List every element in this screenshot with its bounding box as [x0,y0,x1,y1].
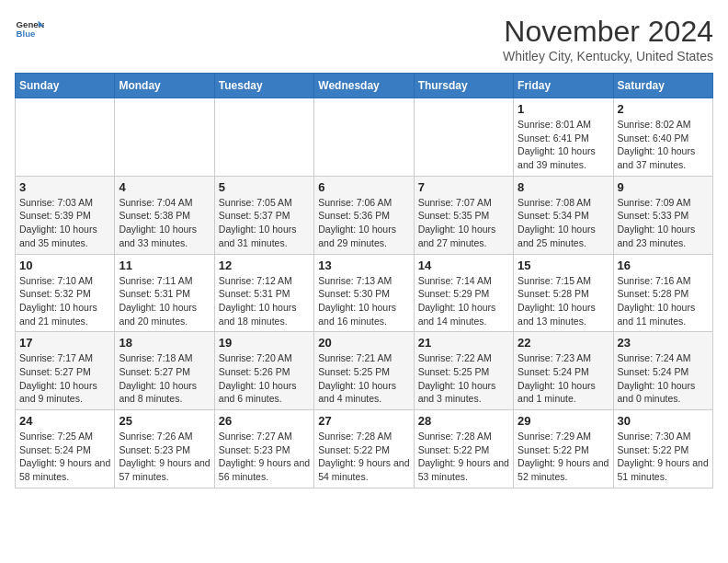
page-header: General Blue November 2024 Whitley City,… [15,15,713,63]
calendar-cell: 11Sunrise: 7:11 AM Sunset: 5:31 PM Dayli… [115,254,214,332]
day-number: 15 [518,259,609,272]
day-number: 11 [119,259,210,272]
calendar-cell: 3Sunrise: 7:03 AM Sunset: 5:39 PM Daylig… [16,176,115,254]
day-number: 17 [19,336,110,350]
day-info: Sunrise: 7:20 AM Sunset: 5:26 PM Dayligh… [219,351,310,406]
calendar-cell: 29Sunrise: 7:29 AM Sunset: 5:22 PM Dayli… [514,410,613,488]
day-info: Sunrise: 7:26 AM Sunset: 5:23 PM Dayligh… [119,430,210,484]
day-number: 13 [318,259,409,272]
calendar-cell: 25Sunrise: 7:26 AM Sunset: 5:23 PM Dayli… [115,410,214,488]
calendar-week-row: 17Sunrise: 7:17 AM Sunset: 5:27 PM Dayli… [16,332,713,410]
calendar-table: SundayMondayTuesdayWednesdayThursdayFrid… [15,73,713,488]
weekday-header: Tuesday [214,74,313,98]
calendar-cell: 21Sunrise: 7:22 AM Sunset: 5:25 PM Dayli… [414,332,513,410]
day-number: 24 [19,414,110,428]
calendar-cell: 12Sunrise: 7:12 AM Sunset: 5:31 PM Dayli… [214,254,313,332]
calendar-cell: 19Sunrise: 7:20 AM Sunset: 5:26 PM Dayli… [214,332,313,410]
calendar-cell: 13Sunrise: 7:13 AM Sunset: 5:30 PM Dayli… [314,254,414,332]
calendar-cell [214,98,313,177]
day-info: Sunrise: 7:27 AM Sunset: 5:23 PM Dayligh… [219,430,310,484]
day-info: Sunrise: 7:10 AM Sunset: 5:32 PM Dayligh… [19,274,110,328]
calendar-cell [16,98,115,177]
day-number: 18 [119,336,210,350]
calendar-cell: 5Sunrise: 7:05 AM Sunset: 5:37 PM Daylig… [214,176,313,254]
calendar-cell: 10Sunrise: 7:10 AM Sunset: 5:32 PM Dayli… [16,254,115,332]
day-info: Sunrise: 7:17 AM Sunset: 5:27 PM Dayligh… [19,351,110,406]
calendar-week-row: 1Sunrise: 8:01 AM Sunset: 6:41 PM Daylig… [16,98,713,177]
day-info: Sunrise: 7:06 AM Sunset: 5:36 PM Dayligh… [318,196,409,250]
day-info: Sunrise: 8:01 AM Sunset: 6:41 PM Dayligh… [518,118,609,172]
calendar-cell: 16Sunrise: 7:16 AM Sunset: 5:28 PM Dayli… [613,254,712,332]
weekday-header: Thursday [414,74,513,98]
day-info: Sunrise: 7:15 AM Sunset: 5:28 PM Dayligh… [518,274,609,328]
day-number: 16 [618,259,709,272]
logo-icon: General Blue [15,15,44,44]
calendar-cell [115,98,214,177]
calendar-week-row: 3Sunrise: 7:03 AM Sunset: 5:39 PM Daylig… [16,176,713,254]
calendar-week-row: 24Sunrise: 7:25 AM Sunset: 5:24 PM Dayli… [16,410,713,488]
day-number: 22 [518,336,609,350]
weekday-header: Saturday [613,74,712,98]
day-number: 9 [618,180,709,194]
calendar-cell: 14Sunrise: 7:14 AM Sunset: 5:29 PM Dayli… [414,254,513,332]
day-number: 21 [418,336,509,350]
day-info: Sunrise: 7:07 AM Sunset: 5:35 PM Dayligh… [418,196,509,250]
calendar-cell: 15Sunrise: 7:15 AM Sunset: 5:28 PM Dayli… [514,254,613,332]
day-number: 1 [518,102,609,116]
day-number: 20 [318,336,409,350]
day-info: Sunrise: 7:16 AM Sunset: 5:28 PM Dayligh… [618,274,709,328]
calendar-week-row: 10Sunrise: 7:10 AM Sunset: 5:32 PM Dayli… [16,254,713,332]
day-info: Sunrise: 7:25 AM Sunset: 5:24 PM Dayligh… [19,430,110,484]
calendar-cell: 8Sunrise: 7:08 AM Sunset: 5:34 PM Daylig… [514,176,613,254]
day-number: 6 [318,180,409,194]
logo: General Blue [15,15,44,44]
day-info: Sunrise: 7:28 AM Sunset: 5:22 PM Dayligh… [418,430,509,484]
day-number: 4 [119,180,210,194]
day-info: Sunrise: 7:05 AM Sunset: 5:37 PM Dayligh… [219,196,310,250]
day-number: 30 [618,414,709,428]
calendar-cell: 4Sunrise: 7:04 AM Sunset: 5:38 PM Daylig… [115,176,214,254]
day-info: Sunrise: 7:28 AM Sunset: 5:22 PM Dayligh… [318,430,409,484]
weekday-header: Friday [514,74,613,98]
calendar-cell: 2Sunrise: 8:02 AM Sunset: 6:40 PM Daylig… [613,98,712,177]
day-number: 12 [219,259,310,272]
day-number: 28 [418,414,509,428]
calendar-header: SundayMondayTuesdayWednesdayThursdayFrid… [16,74,713,98]
calendar-cell: 17Sunrise: 7:17 AM Sunset: 5:27 PM Dayli… [16,332,115,410]
calendar-cell: 20Sunrise: 7:21 AM Sunset: 5:25 PM Dayli… [314,332,414,410]
day-info: Sunrise: 7:08 AM Sunset: 5:34 PM Dayligh… [518,196,609,250]
day-number: 2 [618,102,709,116]
day-number: 25 [119,414,210,428]
day-number: 29 [518,414,609,428]
calendar-cell: 22Sunrise: 7:23 AM Sunset: 5:24 PM Dayli… [514,332,613,410]
calendar-cell: 28Sunrise: 7:28 AM Sunset: 5:22 PM Dayli… [414,410,513,488]
calendar-cell: 6Sunrise: 7:06 AM Sunset: 5:36 PM Daylig… [314,176,414,254]
day-number: 23 [618,336,709,350]
calendar-cell [314,98,414,177]
calendar-cell: 9Sunrise: 7:09 AM Sunset: 5:33 PM Daylig… [613,176,712,254]
day-info: Sunrise: 7:14 AM Sunset: 5:29 PM Dayligh… [418,274,509,328]
weekday-header: Sunday [16,74,115,98]
calendar-cell: 1Sunrise: 8:01 AM Sunset: 6:41 PM Daylig… [514,98,613,177]
day-number: 8 [518,180,609,194]
calendar-cell: 26Sunrise: 7:27 AM Sunset: 5:23 PM Dayli… [214,410,313,488]
day-number: 5 [219,180,310,194]
day-info: Sunrise: 8:02 AM Sunset: 6:40 PM Dayligh… [618,118,709,172]
month-title: November 2024 [503,15,713,49]
day-number: 7 [418,180,509,194]
svg-text:Blue: Blue [17,29,36,39]
day-info: Sunrise: 7:22 AM Sunset: 5:25 PM Dayligh… [418,351,509,406]
weekday-header: Monday [115,74,214,98]
day-info: Sunrise: 7:24 AM Sunset: 5:24 PM Dayligh… [618,351,709,406]
day-number: 14 [418,259,509,272]
day-info: Sunrise: 7:12 AM Sunset: 5:31 PM Dayligh… [219,274,310,328]
day-number: 19 [219,336,310,350]
day-number: 10 [19,259,110,272]
weekday-header: Wednesday [314,74,414,98]
day-number: 26 [219,414,310,428]
calendar-cell: 18Sunrise: 7:18 AM Sunset: 5:27 PM Dayli… [115,332,214,410]
day-info: Sunrise: 7:21 AM Sunset: 5:25 PM Dayligh… [318,351,409,406]
day-info: Sunrise: 7:30 AM Sunset: 5:22 PM Dayligh… [618,430,709,484]
calendar-cell [414,98,513,177]
day-info: Sunrise: 7:23 AM Sunset: 5:24 PM Dayligh… [518,351,609,406]
